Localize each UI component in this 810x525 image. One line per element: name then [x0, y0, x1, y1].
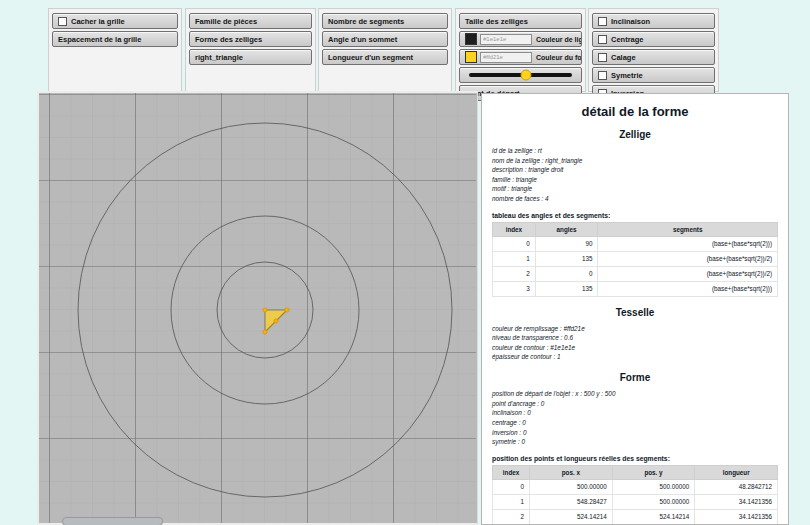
table-header-cell: angles	[535, 222, 598, 236]
inclinaison-checkbox[interactable]	[598, 17, 607, 26]
drawing-canvas[interactable]	[37, 91, 478, 525]
calage-toggle[interactable]: Calage	[592, 49, 715, 65]
forme-info: position de départ de l'objet : x : 500 …	[492, 389, 778, 447]
fill-color-label: Couleur du fond	[536, 54, 582, 61]
table-header-cell: longueur	[695, 465, 778, 479]
table-header-cell: pos. x	[530, 465, 613, 479]
vertex-dot[interactable]	[263, 330, 267, 334]
table-row: 3135(base+(base*sqrt(2)))	[493, 281, 778, 296]
table-cell: 90	[535, 236, 598, 251]
canvas-svg[interactable]	[39, 93, 476, 523]
table-row: 2524.14214524.1421434.1421356	[493, 509, 778, 524]
grid-major	[39, 93, 476, 523]
hide-grid-toggle[interactable]: Cacher la grille	[52, 13, 178, 29]
hide-grid-label: Cacher la grille	[71, 17, 125, 26]
longueur-segment-button[interactable]: Longueur d'un segment	[322, 49, 448, 65]
table-cell: 34.1421356	[695, 494, 778, 509]
detail-line: nom de la zellige : right_triangle	[492, 156, 778, 166]
centrage-toggle[interactable]: Centrage	[592, 31, 715, 47]
tesselle-info: couleur de remplissage : #ffd21eniveau d…	[492, 324, 778, 362]
table-row: 20(base+(base*sqrt(2))/2)	[493, 266, 778, 281]
angle-sommet-button[interactable]: Angle d'un sommet	[322, 31, 448, 47]
table-cell: 34.1421356	[695, 509, 778, 524]
longueur-segment-label: Longueur d'un segment	[328, 53, 413, 62]
zellige-heading: Zellige	[492, 129, 778, 140]
table-cell: 1	[493, 494, 530, 509]
line-color-swatch[interactable]	[465, 33, 477, 45]
taille-zelliges-button[interactable]: Taille des zelliges	[459, 13, 582, 29]
points-table-caption: position des points et longueurs réelles…	[492, 455, 778, 462]
forme-zelliges-button[interactable]: Forme des zelliges	[189, 31, 312, 47]
detail-line: symetrie : 0	[492, 437, 778, 447]
table-row: 0500.00000500.0000048.2842712	[493, 479, 778, 494]
calage-checkbox[interactable]	[598, 53, 607, 62]
table-header-cell: pos. y	[612, 465, 695, 479]
table-cell: 500.00000	[612, 479, 695, 494]
angles-table-caption: tableau des angles et des segments:	[492, 212, 778, 219]
line-color-label: Couleur de ligne	[536, 36, 582, 43]
vertex-dot[interactable]	[285, 308, 289, 312]
table-cell: (base+(base*sqrt(2))/2)	[598, 251, 778, 266]
table-cell: 0	[535, 266, 598, 281]
table-cell: 135	[535, 251, 598, 266]
nb-segments-label: Nombre de segments	[328, 17, 404, 26]
horizontal-scrollbar-thumb[interactable]	[62, 517, 163, 525]
toolbar-group-style: Taille des zelliges Couleur de ligne Cou…	[455, 8, 586, 92]
detail-line: motif : triangle	[492, 184, 778, 194]
grid-spacing-button[interactable]: Espacement de la grille	[52, 31, 178, 47]
nb-segments-button[interactable]: Nombre de segments	[322, 13, 448, 29]
points-table: indexpos. xpos. ylongueur 0500.00000500.…	[492, 465, 778, 525]
detail-line: couleur de remplissage : #ffd21e	[492, 324, 778, 334]
table-cell: 2	[493, 509, 530, 524]
transparency-slider[interactable]	[459, 67, 582, 83]
inclinaison-toggle[interactable]: Inclinaison	[592, 13, 715, 29]
toolbar-group-segments: Nombre de segments Angle d'un sommet Lon…	[318, 8, 452, 92]
angles-table: indexanglessegments 090(base+(base*sqrt(…	[492, 222, 778, 297]
line-color-input[interactable]	[480, 34, 532, 45]
table-cell: 135	[535, 281, 598, 296]
table-header-cell: segments	[598, 222, 778, 236]
table-header-cell: index	[493, 465, 530, 479]
table-row: 1135(base+(base*sqrt(2))/2)	[493, 251, 778, 266]
hide-grid-checkbox[interactable]	[58, 17, 67, 26]
detail-line: point d'ancrage : 0	[492, 399, 778, 409]
symetrie-toggle[interactable]: Symetrie	[592, 67, 715, 83]
detail-line: niveau de transparence : 0.6	[492, 333, 778, 343]
fill-color-swatch[interactable]	[465, 51, 477, 63]
centrage-checkbox[interactable]	[598, 35, 607, 44]
calage-label: Calage	[611, 53, 636, 62]
detail-line: famille : triangle	[492, 175, 778, 185]
shape-select[interactable]: right_triangle	[189, 49, 312, 65]
detail-line: nombre de faces : 4	[492, 194, 778, 204]
detail-line: description : triangle droit	[492, 165, 778, 175]
points-table-header: indexpos. xpos. ylongueur	[493, 465, 778, 479]
midpoint-dot[interactable]	[274, 319, 278, 323]
shape-select-value: right_triangle	[195, 53, 243, 62]
detail-line: position de départ de l'objet : x : 500 …	[492, 389, 778, 399]
slider-thumb[interactable]	[520, 70, 531, 81]
angles-table-header: indexanglessegments	[493, 222, 778, 236]
famille-pieces-button[interactable]: Famille de pièces	[189, 13, 312, 29]
symetrie-label: Symetrie	[611, 71, 643, 80]
detail-panel: détail de la forme Zellige id de la zell…	[481, 93, 789, 525]
table-cell: 48.2842712	[695, 479, 778, 494]
table-cell: (base+(base*sqrt(2)))	[598, 281, 778, 296]
vertex-dot[interactable]	[263, 308, 267, 312]
famille-pieces-label: Famille de pièces	[195, 17, 257, 26]
forme-heading: Forme	[492, 372, 778, 383]
line-color-row: Couleur de ligne	[459, 31, 582, 47]
table-cell: 0	[493, 236, 536, 251]
table-cell: 3	[493, 281, 536, 296]
table-cell: 0	[493, 479, 530, 494]
detail-line: couleur de contour : #1e1e1e	[492, 343, 778, 353]
detail-title: détail de la forme	[492, 104, 778, 119]
toolbar-group-grid: Cacher la grille Espacement de la grille	[48, 8, 182, 92]
table-cell: (base+(base*sqrt(2))/2)	[598, 266, 778, 281]
table-cell: 524.14214	[530, 509, 613, 524]
slider-track[interactable]	[469, 73, 572, 77]
fill-color-input[interactable]	[480, 52, 532, 63]
detail-line: id de la zellige : rt	[492, 146, 778, 156]
symetrie-checkbox[interactable]	[598, 71, 607, 80]
toolbar-group-shape: Famille de pièces Forme des zelliges rig…	[185, 8, 316, 92]
table-row: 090(base+(base*sqrt(2)))	[493, 236, 778, 251]
